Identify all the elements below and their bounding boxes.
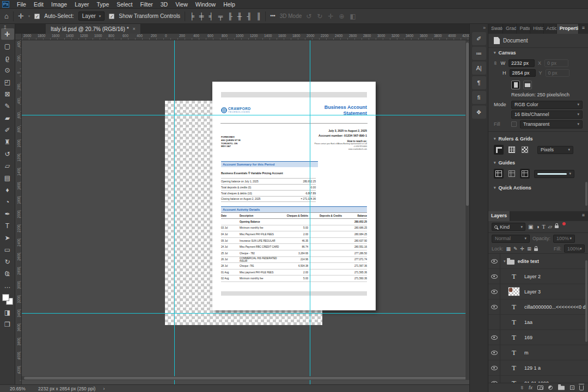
filter-locked-layers-icon[interactable] bbox=[555, 225, 559, 228]
link-dimensions-icon[interactable]: ∞ bbox=[493, 62, 498, 65]
visibility-cell[interactable] bbox=[488, 284, 500, 299]
menu-filter[interactable]: Filter bbox=[136, 1, 156, 8]
bit-depth-select[interactable]: 16 Bits/Channel▾ bbox=[511, 111, 583, 119]
layer-row[interactable]: Layer 3 bbox=[488, 284, 588, 299]
rulers-grids-section-header[interactable]: ▾Rulers & Grids bbox=[488, 134, 588, 144]
group-expand-icon[interactable]: ▾ bbox=[504, 259, 506, 264]
distribute-gaps-icon[interactable]: ║ bbox=[256, 13, 261, 20]
statement-document[interactable]: CRAWFORDTECHNOLOGIES Business Account St… bbox=[212, 82, 376, 310]
rotate-view-tool[interactable]: ↻ bbox=[1, 256, 14, 267]
align-right-icon[interactable]: ╡ bbox=[209, 13, 213, 20]
lock-all-icon[interactable] bbox=[534, 248, 538, 251]
distribute-right-icon[interactable]: ╢ bbox=[247, 13, 252, 20]
tab-layers[interactable]: Layers bbox=[488, 211, 510, 221]
fill-select[interactable]: Transparent▾ bbox=[520, 120, 583, 128]
history-brush-tool[interactable]: ↺ bbox=[1, 148, 14, 160]
eyedropper-tool[interactable]: ✎ bbox=[1, 100, 14, 112]
menu-edit[interactable]: Edit bbox=[30, 1, 47, 8]
canvas-area[interactable]: CRAWFORDTECHNOLOGIES Business Account St… bbox=[22, 40, 469, 384]
pen-tool[interactable]: ✒ bbox=[1, 208, 14, 219]
ruler-origin-corner[interactable] bbox=[15, 34, 22, 40]
type-tool[interactable]: T bbox=[1, 220, 14, 231]
object-selection-tool[interactable]: ⊙ bbox=[1, 64, 14, 76]
link-layers-icon[interactable]: ∞ bbox=[519, 385, 525, 389]
menu-select[interactable]: Select bbox=[113, 1, 136, 8]
home-icon[interactable]: ⌂ bbox=[4, 13, 9, 20]
color-mode-select[interactable]: RGB Color▾ bbox=[511, 101, 583, 109]
canvas-section-header[interactable]: ▾Canvas bbox=[488, 48, 588, 58]
guide-vertical[interactable] bbox=[310, 40, 310, 384]
paragraph-panel-icon[interactable]: ¶ bbox=[472, 76, 486, 89]
menu-layer[interactable]: Layer bbox=[71, 1, 93, 8]
eye-icon[interactable] bbox=[491, 381, 498, 383]
align-left-icon[interactable]: ╞ bbox=[189, 13, 194, 20]
quick-actions-section-header[interactable]: ▾Quick Actions bbox=[488, 183, 588, 193]
visibility-cell[interactable] bbox=[488, 269, 500, 284]
layers-scrollbar[interactable] bbox=[585, 260, 587, 342]
lasso-tool[interactable]: ϱ bbox=[1, 52, 14, 64]
distribute-center-icon[interactable]: ╫ bbox=[237, 13, 242, 20]
menu-file[interactable]: File bbox=[13, 1, 30, 8]
lock-position-icon[interactable]: ✛ bbox=[520, 246, 525, 252]
more-options-icon[interactable]: ••• bbox=[270, 14, 275, 19]
toggle-guides-button[interactable] bbox=[494, 169, 504, 179]
lock-transparency-icon[interactable]: ▦ bbox=[506, 246, 511, 252]
lock-pixels-icon[interactable]: ✎ bbox=[513, 246, 518, 252]
properties-scrollbar[interactable] bbox=[585, 182, 587, 206]
quick-mask-icon[interactable]: ◨ bbox=[1, 307, 14, 318]
edit-toolbar-icon[interactable]: … bbox=[1, 280, 14, 291]
eye-icon[interactable] bbox=[491, 290, 498, 294]
eye-icon[interactable] bbox=[491, 351, 498, 355]
align-center-horizontal-icon[interactable]: ╪ bbox=[199, 13, 204, 20]
lock-artboard-icon[interactable]: ⊞ bbox=[527, 246, 531, 252]
toggle-transparency-button[interactable] bbox=[520, 145, 530, 155]
color-swatches[interactable] bbox=[2, 294, 13, 305]
auto-select-checkbox[interactable]: ✓ bbox=[34, 14, 40, 19]
layer-row[interactable]: T01.01.1990 bbox=[488, 376, 588, 383]
zoom-tool[interactable]: Ҩ bbox=[1, 268, 14, 279]
layer-row[interactable]: Tcilla0000000...<<<<<<<<0 d bbox=[488, 299, 588, 315]
portrait-orientation-button[interactable] bbox=[511, 81, 520, 89]
visibility-cell[interactable] bbox=[488, 299, 500, 314]
menu-view[interactable]: View bbox=[171, 1, 192, 8]
menu-window[interactable]: Window bbox=[192, 1, 219, 8]
align-top-icon[interactable]: ╤ bbox=[218, 13, 223, 20]
move-tool-preset-icon[interactable]: ✛ bbox=[18, 13, 24, 20]
clone-stamp-tool[interactable]: ♜ bbox=[1, 136, 14, 148]
filter-type-layers-icon[interactable]: T bbox=[542, 224, 546, 230]
tab-actio[interactable]: Actio bbox=[544, 24, 557, 34]
eye-icon[interactable] bbox=[491, 305, 498, 309]
visibility-cell[interactable] bbox=[488, 376, 500, 383]
dock-toggle-icon[interactable]: ⁑ bbox=[4, 25, 7, 30]
menu-help[interactable]: Help bbox=[219, 1, 239, 8]
height-field[interactable]: 2854 px bbox=[510, 69, 536, 77]
visibility-cell[interactable] bbox=[488, 315, 500, 329]
auto-select-target-dropdown[interactable]: Layer▾ bbox=[78, 11, 105, 21]
healing-brush-tool[interactable]: ▰ bbox=[1, 112, 14, 124]
guides-section-header[interactable]: ▾Guides bbox=[488, 158, 588, 168]
panel-menu-icon[interactable]: ≡ bbox=[579, 24, 588, 34]
tab-gradi[interactable]: Gradi bbox=[503, 24, 517, 34]
layer-row[interactable]: T1aa bbox=[488, 315, 588, 330]
gradient-tool[interactable]: ▤ bbox=[1, 172, 14, 183]
tab-swatc[interactable]: Swatc bbox=[488, 24, 503, 34]
guide-horizontal[interactable] bbox=[22, 115, 469, 115]
width-field[interactable]: 2232 px bbox=[509, 59, 535, 67]
eye-icon[interactable] bbox=[491, 335, 498, 340]
tab-patte[interactable]: Patte bbox=[517, 24, 530, 34]
visibility-cell[interactable] bbox=[488, 330, 500, 345]
visibility-cell[interactable] bbox=[488, 360, 500, 375]
brush-tool[interactable]: ✐ bbox=[1, 124, 14, 136]
layer-row[interactable]: TLayer 2 bbox=[488, 269, 588, 284]
close-tab-icon[interactable]: × bbox=[133, 26, 136, 32]
menu-type[interactable]: Type bbox=[93, 1, 113, 8]
tab-properties[interactable]: Properties bbox=[557, 24, 579, 34]
tab-histo[interactable]: Histo bbox=[530, 24, 543, 34]
vertical-scrollbar[interactable] bbox=[465, 40, 469, 380]
horizontal-ruler[interactable]: 2000180016001400120010008006004002000200… bbox=[22, 34, 469, 40]
guide-style-select[interactable]: ▾ bbox=[534, 170, 574, 178]
fill-checkbox[interactable] bbox=[511, 121, 517, 127]
toggle-rulers-button[interactable] bbox=[494, 145, 504, 155]
menu-3d[interactable]: 3D bbox=[157, 1, 171, 8]
shape-tool[interactable]: ▭ bbox=[1, 244, 14, 255]
